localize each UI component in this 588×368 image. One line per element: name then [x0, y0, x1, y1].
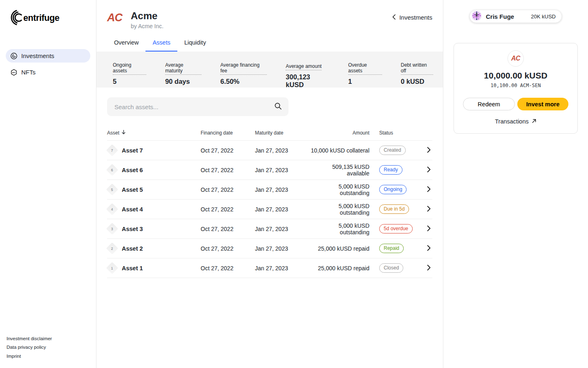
asset-name: Asset 2: [122, 245, 143, 252]
asset-name: Asset 1: [122, 265, 143, 272]
status-cell: Closed: [369, 263, 424, 273]
status-badge: Ready: [379, 165, 402, 175]
chevron-right-icon: [427, 225, 431, 233]
main-panel: AC Acme by Acme Inc. Investments Overvie…: [96, 0, 443, 368]
asset-number: 5: [111, 187, 113, 191]
table-row[interactable]: 7 Asset 7 Oct 27, 2022 Jan 27, 2023 10,0…: [107, 140, 432, 160]
status-cell: Repaid: [369, 244, 424, 253]
pool-token-logo: AC: [508, 50, 524, 67]
chevron-left-icon: [392, 14, 396, 21]
stat-label: Average amount: [286, 63, 322, 70]
column-header-amount[interactable]: Amount: [309, 130, 369, 136]
asset-name: Asset 3: [122, 226, 143, 232]
status-badge: Closed: [379, 263, 403, 273]
sidebar-nav: Investments NFT NFTs: [0, 49, 96, 82]
amount-cell: 25,000 kUSD repaid: [309, 245, 369, 252]
row-chevron[interactable]: [427, 206, 432, 213]
column-header-maturity-date[interactable]: Maturity date: [255, 130, 309, 136]
redeem-button[interactable]: Redeem: [463, 98, 515, 110]
chevron-right-icon: [427, 166, 431, 174]
page-title: Acme: [131, 11, 163, 21]
stat-label: Debt written off: [401, 62, 433, 75]
asset-thumbnail: 2: [106, 242, 118, 255]
financing-date-cell: Oct 27, 2022: [201, 167, 255, 173]
table-row[interactable]: 1 Asset 1 Oct 27, 2022 Jan 27, 2023 25,0…: [107, 258, 432, 278]
table-row[interactable]: 4 Asset 4 Oct 27, 2022 Jan 27, 2023 5,00…: [107, 199, 432, 219]
table-row[interactable]: 2 Asset 2 Oct 27, 2022 Jan 27, 2023 25,0…: [107, 238, 432, 258]
row-chevron[interactable]: [427, 166, 432, 174]
amount-cell: 25,000 kUSD repaid: [309, 265, 369, 272]
footer-link-investment-disclaimer[interactable]: Investment disclaimer: [7, 336, 96, 341]
asset-number: 6: [111, 168, 113, 172]
sidebar-item-nfts[interactable]: NFT NFTs: [6, 65, 90, 79]
stat-label: Average financing fee: [220, 62, 267, 75]
tab-assets[interactable]: Assets: [145, 35, 177, 52]
search-input[interactable]: [114, 103, 274, 110]
chevron-right-icon: [427, 147, 431, 154]
asset-thumbnail: 1: [106, 262, 118, 274]
transactions-label: Transactions: [495, 118, 528, 125]
transactions-link[interactable]: Transactions: [495, 118, 536, 125]
table-header: Asset Financing date Maturity date Amoun…: [107, 130, 432, 140]
financing-date-cell: Oct 27, 2022: [201, 265, 255, 272]
table-row[interactable]: 6 Asset 6 Oct 27, 2022 Jan 27, 2023 509,…: [107, 160, 432, 180]
stat-debt-written-off: Debt written off 0 kUSD: [401, 62, 433, 88]
sidebar-footer: Investment disclaimer Data privacy polic…: [0, 336, 96, 363]
asset-cell: 2 Asset 2: [107, 244, 201, 253]
pool-header: AC Acme by Acme Inc. Investments: [96, 0, 443, 29]
wallet-balance: 20K kUSD: [531, 13, 556, 20]
table-row[interactable]: 5 Asset 5 Oct 27, 2022 Jan 27, 2023 5,00…: [107, 180, 432, 199]
maturity-date-cell: Jan 27, 2023: [255, 206, 309, 213]
footer-link-imprint[interactable]: Imprint: [7, 354, 96, 359]
table-row[interactable]: 3 Asset 3 Oct 27, 2022 Jan 27, 2023 5,00…: [107, 219, 432, 238]
sidebar-item-investments[interactable]: Investments: [6, 49, 90, 63]
asset-thumbnail: 7: [106, 144, 118, 157]
amount-cell: 5,000 kUSD outstanding: [309, 183, 369, 196]
search-box[interactable]: [107, 97, 288, 116]
right-column: Cris Fuge 20K kUSD AC 10,000.00 kUSD 10,…: [443, 0, 588, 368]
row-chevron[interactable]: [427, 245, 432, 252]
financing-date-cell: Oct 27, 2022: [201, 147, 255, 154]
column-header-asset[interactable]: Asset: [107, 130, 201, 136]
row-chevron[interactable]: [427, 186, 432, 193]
status-badge: Ongoing: [379, 185, 407, 194]
maturity-date-cell: Jan 27, 2023: [255, 265, 309, 272]
back-link-investments[interactable]: Investments: [392, 14, 432, 21]
stat-value: 90 days: [165, 78, 201, 85]
target-icon: [10, 52, 18, 60]
maturity-date-cell: Jan 27, 2023: [255, 245, 309, 252]
tab-liquidity[interactable]: Liquidity: [177, 35, 213, 52]
asset-name: Asset 6: [122, 167, 143, 173]
amount-cell: 509,135 kUSD available: [309, 164, 369, 177]
financing-date-cell: Oct 27, 2022: [201, 226, 255, 232]
left-sidebar: entrifuge Investments NFT NFTs: [0, 0, 96, 368]
invest-more-button[interactable]: Invest more: [517, 98, 568, 110]
amount-cell: 10,000 kUSD collateral: [309, 147, 369, 154]
stat-value: 5: [113, 78, 146, 85]
sidebar-item-label: NFTs: [21, 69, 36, 76]
stat-value: 6.50%: [220, 78, 267, 85]
stat-average-amount: Average amount 300,123 kUSD: [286, 62, 329, 88]
row-chevron[interactable]: [427, 265, 432, 272]
column-header-financing-date[interactable]: Financing date: [201, 130, 255, 136]
tab-overview[interactable]: Overview: [107, 35, 145, 52]
status-badge: Due in 5d: [379, 204, 409, 214]
wallet-chip[interactable]: Cris Fuge 20K kUSD: [470, 10, 562, 23]
maturity-date-cell: Jan 27, 2023: [255, 167, 309, 173]
asset-number: 1: [111, 266, 113, 270]
status-badge: Created: [379, 146, 406, 155]
column-header-status[interactable]: Status: [369, 130, 424, 136]
footer-link-data-privacy-policy[interactable]: Data privacy policy: [7, 345, 96, 350]
amount-cell: 5,000 kUSD outstanding: [309, 203, 369, 216]
asset-cell: 3 Asset 3: [107, 224, 201, 233]
identicon-avatar: [472, 11, 482, 22]
assets-content: Asset Financing date Maturity date Amoun…: [96, 88, 443, 278]
asset-thumbnail: 3: [106, 223, 118, 235]
asset-number: 7: [111, 148, 113, 152]
status-cell: Ongoing: [369, 185, 424, 194]
row-chevron[interactable]: [427, 147, 432, 154]
asset-name: Asset 5: [122, 186, 143, 193]
stat-ongoing-assets: Ongoing assets 5: [113, 62, 146, 88]
row-chevron[interactable]: [427, 225, 432, 233]
search-icon[interactable]: [274, 102, 282, 112]
